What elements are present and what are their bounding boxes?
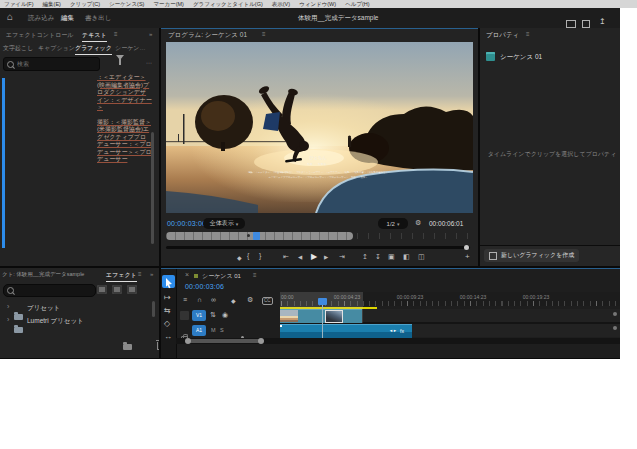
scrubber-out-range[interactable] xyxy=(357,233,469,239)
menu-graphics-titles[interactable]: グラフィックとタイトル(G) xyxy=(193,1,263,8)
slip-tool[interactable]: ↔ xyxy=(164,332,172,341)
properties-panel-menu-icon[interactable]: ≡ xyxy=(526,31,530,37)
tab-effects[interactable]: エフェクト xyxy=(106,271,137,282)
home-icon[interactable]: ⌂ xyxy=(7,12,13,22)
source-patch-v1[interactable] xyxy=(180,311,189,320)
go-to-out-button[interactable]: ⇥ xyxy=(339,253,345,261)
32bit-effects-badge-icon[interactable] xyxy=(112,285,122,294)
step-back-button[interactable]: ◀ xyxy=(298,254,302,260)
menu-sequence[interactable]: シーケンス(S) xyxy=(109,1,144,8)
mark-out-button[interactable]: } xyxy=(259,252,261,259)
program-video-frame[interactable]: ひとちん 監督：＜監督名＞ 編集：＜エディター＞（映画編集者協会） プロダクショ… xyxy=(166,42,473,213)
menu-file[interactable]: ファイル(F) xyxy=(4,1,34,8)
effects-search-field[interactable] xyxy=(3,284,96,297)
nav-edit[interactable]: 編集 xyxy=(61,14,74,23)
subtab-transcript[interactable]: 文字起こし xyxy=(3,44,33,53)
program-panel-menu-icon[interactable]: ≡ xyxy=(262,31,266,37)
track-output-eye-icon[interactable]: ◉ xyxy=(222,311,228,319)
text-panel-menu-icon[interactable]: ≡ xyxy=(114,31,118,37)
workspace-icon[interactable] xyxy=(566,20,576,28)
timeline-playhead-head[interactable] xyxy=(318,298,327,305)
menu-marker[interactable]: マーカー(M) xyxy=(153,1,184,8)
button-editor-button[interactable]: + xyxy=(465,252,470,261)
effects-search-input[interactable] xyxy=(17,288,87,294)
zoom-handle-right[interactable] xyxy=(258,338,264,344)
audio-clip[interactable]: ◄► fx xyxy=(280,324,412,338)
subtab-graphics[interactable]: グラフィック xyxy=(75,44,112,55)
selection-tool[interactable] xyxy=(162,275,175,288)
menu-window[interactable]: ウィンドウ(W) xyxy=(299,1,336,8)
quick-export-icon[interactable]: ↥ xyxy=(599,17,606,26)
nav-export[interactable]: 書き出し xyxy=(85,14,111,23)
track-target-a1[interactable]: A1 xyxy=(192,325,206,336)
multi-view-button[interactable]: ◫ xyxy=(418,253,425,261)
comparison-view-button[interactable]: ◧ xyxy=(403,253,410,261)
subtab-captions[interactable]: キャプション xyxy=(38,44,75,53)
caption-text-item[interactable]: ：＜エディター＞(映画編集者協会)プロダクションデザイン：＜デザイナー＞ 撮影：… xyxy=(97,74,152,164)
panel-overflow-icon[interactable]: » xyxy=(150,271,153,277)
program-hscroll-handle[interactable] xyxy=(464,245,469,250)
go-to-in-button[interactable]: ⇤ xyxy=(283,253,289,261)
captions-cc-icon[interactable]: CC xyxy=(262,297,273,305)
export-frame-button[interactable]: ▣ xyxy=(388,253,395,261)
new-bin-icon[interactable] xyxy=(123,344,132,350)
yuv-effects-badge-icon[interactable] xyxy=(127,285,137,294)
timeline-current-time[interactable]: 00:00:03:06 xyxy=(185,283,224,290)
disclosure-caret-icon[interactable]: › xyxy=(7,303,9,310)
panel-overflow-icon[interactable]: » xyxy=(149,31,152,37)
bin-row[interactable]: › Lumetri プリセット xyxy=(0,314,159,327)
add-marker-button[interactable]: ◆ xyxy=(237,254,242,261)
disclosure-caret-icon[interactable]: › xyxy=(7,316,9,323)
track-target-v1[interactable]: V1 xyxy=(192,310,206,321)
close-icon[interactable]: × xyxy=(185,271,189,278)
mark-in-button[interactable]: { xyxy=(247,252,249,259)
effects-scrollbar[interactable] xyxy=(152,301,155,317)
add-marker-icon[interactable]: ◆ xyxy=(231,297,236,304)
program-playhead[interactable] xyxy=(253,232,260,240)
menu-help[interactable]: ヘルプ(H) xyxy=(345,1,370,8)
settings-wrench-icon[interactable]: ⚙ xyxy=(415,219,421,227)
text-search-field[interactable] xyxy=(3,57,100,71)
linked-selection-icon[interactable]: ∞ xyxy=(211,296,216,303)
delete-icon[interactable] xyxy=(157,342,159,350)
timeline-hscroll-thumb[interactable] xyxy=(188,339,260,343)
timeline-panel-menu-icon[interactable]: ≡ xyxy=(253,272,257,278)
nest-icon[interactable]: ≡ xyxy=(183,296,187,303)
play-button[interactable]: ▶ xyxy=(311,252,317,261)
maximize-icon[interactable] xyxy=(582,20,590,28)
lift-button[interactable]: ↥ xyxy=(362,253,368,261)
mute-button[interactable]: M xyxy=(211,327,216,333)
tab-text[interactable]: テキスト xyxy=(82,31,107,42)
menu-clip[interactable]: クリップ(C) xyxy=(70,1,100,8)
ripple-edit-tool[interactable]: ⇆ xyxy=(164,306,171,315)
sync-lock-icon[interactable]: ⇅ xyxy=(210,311,216,319)
timeline-settings-wrench-icon[interactable]: ⚙ xyxy=(247,296,253,304)
timeline-vscroll-handle[interactable] xyxy=(613,312,617,316)
step-forward-button[interactable]: ▶ xyxy=(324,254,328,260)
menu-edit[interactable]: 編集(E) xyxy=(43,1,61,8)
tab-effect-controls[interactable]: エフェクトコントロール xyxy=(6,31,73,40)
snap-icon[interactable]: ∩ xyxy=(197,296,202,303)
timeline-vscroll-handle[interactable] xyxy=(613,326,617,330)
tab-project[interactable]: クト: 体験用__完成データsample xyxy=(2,271,102,278)
effects-panel-menu-icon[interactable]: ≡ xyxy=(138,271,142,277)
nav-import[interactable]: 読み込み xyxy=(28,14,54,23)
bin-row[interactable]: › プリセット xyxy=(0,301,159,314)
extract-button[interactable]: ↧ xyxy=(375,253,381,261)
timeline-tab[interactable]: シーケンス 01 xyxy=(202,272,241,281)
accelerated-effects-badge-icon[interactable] xyxy=(97,285,107,294)
subtab-sequence[interactable]: シーケン… xyxy=(115,44,145,53)
razor-tool[interactable]: ◇ xyxy=(164,319,170,328)
create-graphic-button[interactable]: 新しいグラフィックを作成 xyxy=(484,249,579,262)
program-current-time[interactable]: 00:00:03:06 xyxy=(167,220,206,227)
menu-view[interactable]: 表示(V) xyxy=(272,1,290,8)
more-options-icon[interactable]: ⋯ xyxy=(146,59,152,66)
playback-resolution-dropdown[interactable]: 1/2 ▾ xyxy=(378,218,408,229)
text-search-input[interactable] xyxy=(17,61,87,67)
fx-badge[interactable]: fx xyxy=(400,328,404,334)
fit-dropdown[interactable]: 全体表示 ▾ xyxy=(203,218,245,229)
sequence-name[interactable]: シーケンス 01 xyxy=(500,53,542,62)
track-select-tool[interactable]: ↦ xyxy=(164,293,171,302)
text-panel-scrollbar[interactable] xyxy=(151,132,154,244)
solo-button[interactable]: S xyxy=(220,327,224,333)
